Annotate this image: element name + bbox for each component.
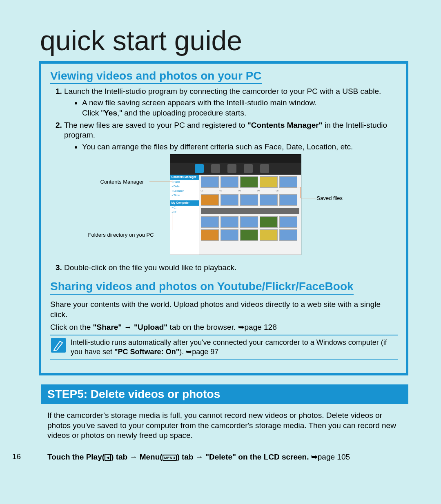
touch-mid1: ) tab → Menu( <box>111 453 163 461</box>
app-screenshot: Contents Manager • Face• Date• Location•… <box>170 154 301 255</box>
main-content-box: Viewing videos and photos on your PC Lau… <box>39 61 408 375</box>
touch-mid2: ) tab → "Delete" on the LCD screen. ➥ <box>177 453 317 461</box>
section-heading-sharing: Sharing videos and photos on Youtube/Fli… <box>50 280 354 295</box>
callout-saved-files: Saved files <box>317 195 343 202</box>
touch-post: page 105 <box>318 453 350 461</box>
step2-pre: The new files are saved to your PC and r… <box>64 121 247 129</box>
sharing-p2-b1: "Share" <box>93 323 122 331</box>
sharing-p2-b2: "Upload" <box>134 323 167 331</box>
note-text: Intelli-studio runs automatically after … <box>71 338 397 356</box>
steps-list: Launch the Intelli-studio program by con… <box>50 87 398 273</box>
menu-tab-icon: MENU <box>163 455 177 461</box>
play-tab-icon: ◂ <box>105 454 111 461</box>
sharing-arrow: → <box>122 323 134 331</box>
note-bold: "PC Software: On" <box>114 348 179 356</box>
section-heading-viewing: Viewing videos and photos on your PC <box>50 69 262 84</box>
step1-sub-b-post: ," and the uploading procedure starts. <box>117 109 246 117</box>
step-3: Double-click on the file you would like … <box>64 263 398 273</box>
step5-paragraph: If the camcorder's storage media is full… <box>47 411 403 441</box>
step-2-sub: You can arrange the files by different c… <box>82 142 398 152</box>
sharing-p1: Share your contents with the world. Uplo… <box>50 300 398 320</box>
step1-sub-a-text: A new file saving screen appears with th… <box>82 98 317 107</box>
callout-contents-manager: Contents Manager <box>100 179 144 186</box>
step-1: Launch the Intelli-studio program by con… <box>64 87 398 118</box>
callout-folders: Folders directory on you PC <box>88 232 154 239</box>
page-number: 16 <box>12 452 21 461</box>
sharing-p2-post: tab on the browser. ➥page 128 <box>167 323 276 331</box>
step5-touch-instruction: Touch the Play(◂) tab → Menu(MENU) tab →… <box>47 452 403 462</box>
sharing-p2: Click on the "Share" → "Upload" tab on t… <box>50 322 398 333</box>
page-title: quick start guide <box>40 24 242 56</box>
step2-bold: "Contents Manager" <box>247 121 323 129</box>
sharing-p2-pre: Click on the <box>50 323 93 331</box>
intelli-studio-figure: Contents Manager • Face• Date• Location•… <box>88 154 374 260</box>
step-1-text: Launch the Intelli-studio program by con… <box>64 87 381 95</box>
note-icon <box>51 338 66 353</box>
note-row: Intelli-studio runs automatically after … <box>50 335 398 360</box>
step1-sub-b-bold: Yes <box>104 109 117 117</box>
step-2: The new files are saved to your PC and r… <box>64 120 398 260</box>
touch-pre: Touch the Play( <box>47 453 105 461</box>
step5-bar: STEP5: Delete videos or photos <box>41 384 408 404</box>
step-1-sub-a: A new file saving screen appears with th… <box>82 98 398 118</box>
step1-sub-b-pre: Click " <box>82 109 104 117</box>
note-post: ). ➥page 97 <box>179 348 218 356</box>
